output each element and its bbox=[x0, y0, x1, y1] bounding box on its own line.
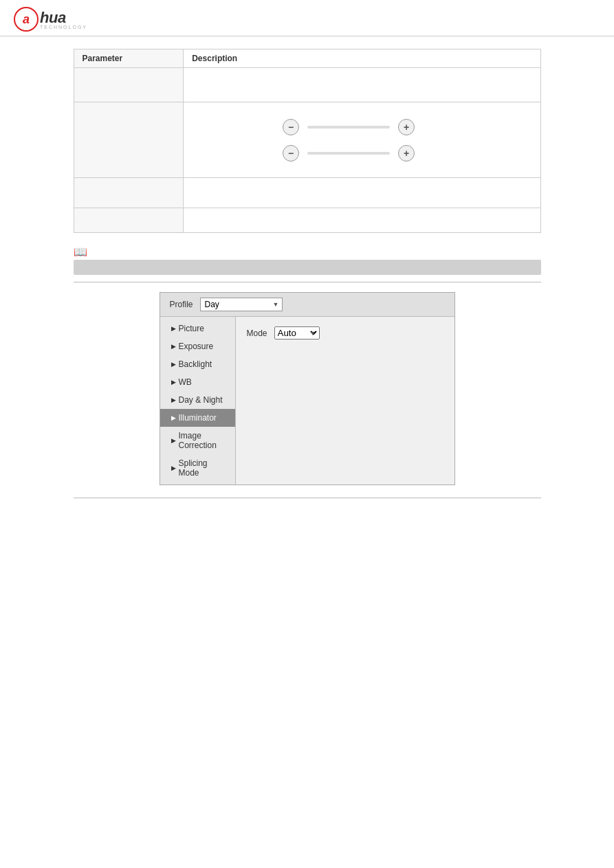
nav-label-exposure: Exposure bbox=[179, 342, 214, 351]
nav-item-backlight[interactable]: ▶ Backlight bbox=[160, 355, 235, 373]
arrow-icon: ▶ bbox=[171, 465, 176, 471]
table-cell-desc-2: − + − + bbox=[184, 102, 540, 178]
arrow-icon: ▶ bbox=[171, 343, 176, 350]
logo-a-icon: a bbox=[23, 12, 30, 27]
mode-select-wrapper[interactable]: Auto Manual Off bbox=[274, 326, 320, 340]
table-row bbox=[74, 178, 540, 208]
nav-item-wb[interactable]: ▶ WB bbox=[160, 373, 235, 391]
table-cell-desc-4 bbox=[184, 208, 540, 233]
separator-1 bbox=[74, 282, 541, 282]
stepper-row-1: − + bbox=[192, 119, 531, 135]
note-bar bbox=[74, 260, 541, 275]
panel-section: Profile Day Night Normal ▶ Picture bbox=[74, 292, 541, 485]
nav-label-daynight: Day & Night bbox=[179, 395, 223, 405]
panel-content: Mode Auto Manual Off bbox=[236, 317, 454, 485]
logo-circle: a bbox=[14, 7, 39, 32]
nav-label-picture: Picture bbox=[179, 324, 204, 333]
nav-item-illuminator[interactable]: ▶ Illuminator bbox=[160, 409, 235, 427]
table-header-param: Parameter bbox=[74, 49, 184, 68]
content-mode-row: Mode Auto Manual Off bbox=[247, 326, 443, 340]
separator-2 bbox=[74, 498, 541, 498]
stepper1-minus-button[interactable]: − bbox=[283, 119, 299, 135]
arrow-icon: ▶ bbox=[171, 379, 176, 386]
logo: a hua TECHNOLOGY bbox=[14, 7, 87, 32]
nav-label-wb: WB bbox=[179, 377, 192, 387]
table-row-steppers: − + − + bbox=[74, 102, 540, 178]
param-table: Parameter Description − bbox=[74, 49, 541, 233]
table-row bbox=[74, 208, 540, 233]
table-cell-param-2 bbox=[74, 102, 184, 178]
nav-item-image-correction[interactable]: ▶ Image Correction bbox=[160, 427, 235, 454]
stepper1-plus-button[interactable]: + bbox=[398, 119, 415, 135]
arrow-icon: ▶ bbox=[171, 361, 176, 368]
stepper2-plus-button[interactable]: + bbox=[398, 145, 415, 162]
table-header-desc: Description bbox=[184, 49, 540, 68]
stepper2-minus-button[interactable]: − bbox=[283, 145, 299, 162]
note-box: 📖 bbox=[74, 245, 541, 275]
header: a hua TECHNOLOGY bbox=[0, 0, 614, 36]
table-cell-desc bbox=[184, 68, 540, 102]
stepper2-track bbox=[307, 152, 390, 155]
stepper1-track bbox=[307, 126, 390, 129]
nav-label-image-correction: Image Correction bbox=[179, 431, 228, 450]
main-content: Parameter Description − bbox=[0, 49, 614, 498]
panel-header: Profile Day Night Normal bbox=[160, 293, 454, 317]
nav-item-splicing-mode[interactable]: ▶ Splicing Mode bbox=[160, 454, 235, 482]
nav-label-backlight: Backlight bbox=[179, 359, 212, 369]
arrow-icon: ▶ bbox=[171, 397, 176, 403]
arrow-icon: ▶ bbox=[171, 325, 176, 332]
nav-item-picture[interactable]: ▶ Picture bbox=[160, 320, 235, 337]
stepper-row-2: − + bbox=[192, 145, 531, 162]
nav-label-splicing-mode: Splicing Mode bbox=[179, 458, 228, 478]
logo-sub: TECHNOLOGY bbox=[40, 25, 87, 30]
nav-item-exposure[interactable]: ▶ Exposure bbox=[160, 337, 235, 355]
panel-nav: ▶ Picture ▶ Exposure ▶ Backlight ▶ WB bbox=[160, 317, 236, 485]
table-cell-desc-3 bbox=[184, 178, 540, 208]
arrow-icon-active: ▶ bbox=[171, 414, 176, 421]
table-cell-param-4 bbox=[74, 208, 184, 233]
panel-body: ▶ Picture ▶ Exposure ▶ Backlight ▶ WB bbox=[160, 317, 454, 485]
profile-label: Profile bbox=[170, 300, 193, 309]
stepper-group: − + − + bbox=[192, 119, 531, 162]
mode-label: Mode bbox=[247, 329, 267, 338]
book-icon: 📖 bbox=[74, 246, 87, 258]
nav-label-illuminator: Illuminator bbox=[179, 413, 217, 423]
arrow-icon: ▶ bbox=[171, 437, 176, 444]
camera-panel: Profile Day Night Normal ▶ Picture bbox=[160, 292, 455, 485]
table-cell-param-3 bbox=[74, 178, 184, 208]
table-row bbox=[74, 68, 540, 102]
nav-item-daynight[interactable]: ▶ Day & Night bbox=[160, 391, 235, 409]
profile-select[interactable]: Day Night Normal bbox=[200, 298, 283, 311]
table-cell-param bbox=[74, 68, 184, 102]
mode-select[interactable]: Auto Manual Off bbox=[274, 326, 320, 340]
profile-select-wrapper[interactable]: Day Night Normal bbox=[200, 298, 283, 311]
